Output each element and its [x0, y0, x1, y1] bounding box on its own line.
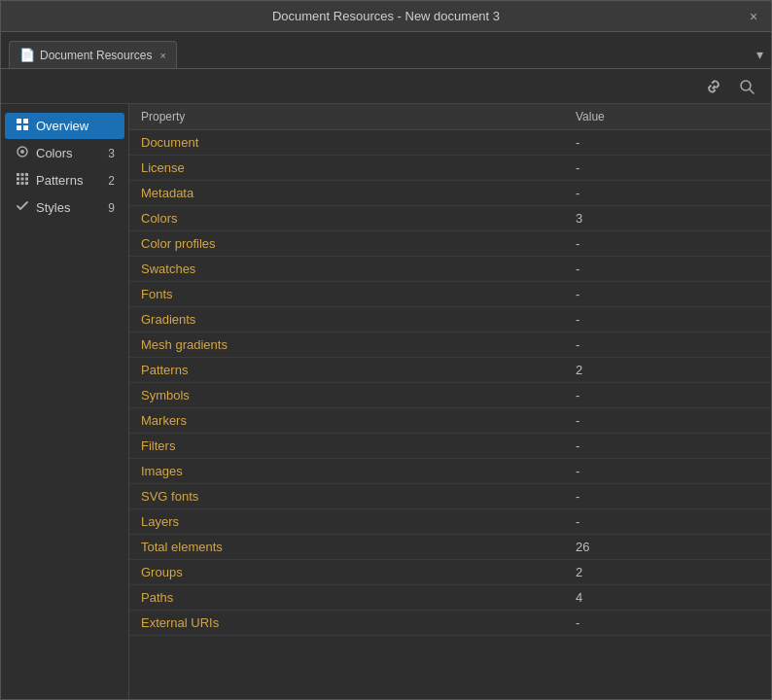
styles-label: Styles — [36, 200, 102, 215]
patterns-count: 2 — [108, 174, 115, 188]
value-cell: - — [564, 156, 771, 181]
value-cell: - — [564, 408, 771, 434]
property-cell: Symbols — [129, 383, 564, 408]
sidebar-item-styles[interactable]: Styles9 — [5, 194, 124, 221]
svg-rect-5 — [23, 125, 28, 130]
property-cell: SVG fonts — [129, 484, 564, 509]
tab-label: Document Resources — [40, 49, 152, 62]
value-cell: - — [564, 332, 771, 358]
table-row: SVG fonts- — [129, 484, 771, 509]
svg-line-1 — [750, 89, 754, 93]
svg-rect-12 — [21, 178, 24, 181]
sidebar-item-patterns[interactable]: Patterns2 — [5, 167, 124, 193]
svg-rect-11 — [17, 178, 19, 181]
document-resources-tab[interactable]: 📄 Document Resources × — [9, 41, 177, 68]
title-bar: Document Resources - New document 3 × — [1, 1, 771, 32]
property-cell: Colors — [129, 206, 564, 231]
table-row: Symbols- — [129, 383, 771, 408]
svg-point-7 — [20, 150, 24, 154]
table-row: Patterns2 — [129, 358, 771, 383]
value-cell: - — [564, 434, 771, 459]
svg-rect-16 — [25, 182, 28, 185]
svg-rect-4 — [17, 125, 21, 130]
svg-rect-2 — [17, 119, 21, 123]
tab-dropdown-button[interactable]: ▾ — [756, 47, 763, 62]
value-cell: - — [564, 130, 771, 156]
property-cell: Patterns — [129, 358, 564, 383]
property-cell: Swatches — [129, 257, 564, 282]
table-row: Document- — [129, 130, 771, 156]
value-cell: - — [564, 257, 771, 282]
property-cell: Metadata — [129, 181, 564, 206]
value-cell: - — [564, 307, 771, 332]
overview-icon — [15, 118, 30, 134]
colors-label: Colors — [36, 146, 102, 160]
svg-rect-8 — [17, 173, 19, 176]
table-body: Document-License-Metadata-Colors3Color p… — [129, 130, 771, 636]
toolbar — [1, 69, 771, 104]
table-row: Total elements26 — [129, 535, 771, 560]
sidebar: Overview Colors3 Patterns2 Styles9 — [1, 104, 129, 699]
data-panel[interactable]: Property Value Document-License-Metadata… — [129, 104, 771, 699]
value-cell: - — [564, 282, 771, 307]
property-cell: Images — [129, 459, 564, 484]
value-cell: - — [564, 509, 771, 535]
table-row: License- — [129, 156, 771, 181]
value-cell: - — [564, 484, 771, 509]
value-cell: 4 — [564, 585, 771, 611]
value-cell: 26 — [564, 535, 771, 560]
table-row: Swatches- — [129, 257, 771, 282]
table-row: Colors3 — [129, 206, 771, 231]
table-row: Metadata- — [129, 181, 771, 206]
value-cell: - — [564, 383, 771, 408]
main-window: Document Resources - New document 3 × 📄 … — [0, 0, 772, 700]
property-cell: License — [129, 156, 564, 181]
property-cell: Markers — [129, 408, 564, 434]
sidebar-item-colors[interactable]: Colors3 — [5, 140, 124, 166]
table-row: Mesh gradients- — [129, 332, 771, 358]
property-cell: Paths — [129, 585, 564, 611]
patterns-icon — [15, 172, 30, 189]
main-content: Overview Colors3 Patterns2 Styles9 Prope… — [1, 104, 771, 699]
svg-rect-14 — [17, 182, 19, 185]
value-cell: 2 — [564, 560, 771, 585]
sidebar-item-overview[interactable]: Overview — [5, 113, 124, 139]
property-cell: Document — [129, 130, 564, 156]
svg-rect-15 — [21, 182, 24, 185]
col-property: Property — [129, 104, 564, 130]
overview-label: Overview — [36, 119, 115, 133]
table-row: Fonts- — [129, 282, 771, 307]
svg-rect-13 — [25, 178, 28, 181]
styles-count: 9 — [108, 201, 115, 215]
property-cell: Total elements — [129, 535, 564, 560]
patterns-label: Patterns — [36, 173, 102, 188]
value-cell: - — [564, 231, 771, 257]
property-cell: Filters — [129, 434, 564, 459]
link-button[interactable] — [701, 76, 726, 97]
styles-icon — [15, 199, 30, 216]
table-row: Layers- — [129, 509, 771, 535]
value-cell: - — [564, 459, 771, 484]
property-cell: Layers — [129, 509, 564, 535]
value-cell: - — [564, 181, 771, 206]
close-button[interactable]: × — [746, 9, 761, 24]
table-row: Markers- — [129, 408, 771, 434]
value-cell: 3 — [564, 206, 771, 231]
property-cell: External URIs — [129, 611, 564, 636]
tab-close-button[interactable]: × — [159, 50, 165, 61]
table-row: Paths4 — [129, 585, 771, 611]
property-cell: Color profiles — [129, 231, 564, 257]
table-row: Gradients- — [129, 307, 771, 332]
svg-rect-10 — [25, 173, 28, 176]
search-button[interactable] — [734, 76, 759, 97]
property-cell: Groups — [129, 560, 564, 585]
value-cell: - — [564, 611, 771, 636]
value-cell: 2 — [564, 358, 771, 383]
tab-bar: 📄 Document Resources × ▾ — [1, 32, 771, 69]
svg-rect-9 — [21, 173, 24, 176]
property-cell: Fonts — [129, 282, 564, 307]
table-row: Filters- — [129, 434, 771, 459]
property-cell: Gradients — [129, 307, 564, 332]
table-row: Color profiles- — [129, 231, 771, 257]
property-cell: Mesh gradients — [129, 332, 564, 358]
